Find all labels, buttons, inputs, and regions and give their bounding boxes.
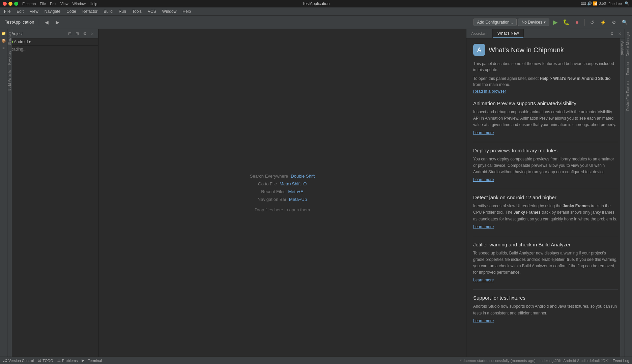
status-right: * daemon started successfully (moments a… xyxy=(460,359,629,363)
read-in-browser-link[interactable]: Read in a browser xyxy=(473,89,618,94)
menu-run[interactable]: Run xyxy=(116,8,129,14)
app-name[interactable]: Electron xyxy=(22,2,36,6)
feature-desc-1: Inspect and debug composable animations … xyxy=(473,109,618,128)
divider-2 xyxy=(473,189,618,189)
feature-title-2: Deploy previews from library modules xyxy=(473,148,618,153)
learn-more-5[interactable]: Learn more xyxy=(473,318,494,323)
menu-tools[interactable]: Tools xyxy=(130,8,144,14)
back-btn[interactable]: ◀ xyxy=(42,18,51,27)
shortcut-label-2: Go to File xyxy=(258,181,277,186)
feature-desc-4: To speed up builds, Build Analyzer now d… xyxy=(473,250,618,276)
title-bar-left: Electron File Edit View Window Help xyxy=(3,2,97,6)
learn-more-4[interactable]: Learn more xyxy=(473,278,494,282)
menu-view[interactable]: View xyxy=(60,2,68,6)
panel-settings-btn[interactable]: ⚙ xyxy=(81,30,88,37)
search-icon[interactable]: 🔍 xyxy=(625,1,629,6)
menu-window[interactable]: Window xyxy=(160,8,179,14)
structure-icon[interactable]: ≡ xyxy=(1,45,7,51)
panel-collapse-btn[interactable]: ⊟ xyxy=(66,30,73,37)
menu-help[interactable]: Help xyxy=(90,2,97,6)
no-devices-label: No Devices xyxy=(522,20,542,25)
sync-button[interactable]: ↺ xyxy=(587,18,597,27)
device-file-explorer-label[interactable]: Device File Explorer xyxy=(625,78,632,113)
feature-desc-5: Android Studio now supports both Android… xyxy=(473,303,618,316)
description-text: This panel describes some of the new fea… xyxy=(473,61,618,73)
menu-file[interactable]: File xyxy=(1,8,13,14)
learn-more-2[interactable]: Learn more xyxy=(473,177,494,182)
toolbar-right: Add Configuration... No Devices ▾ ▶ 🐛 ■ … xyxy=(473,18,629,27)
feature-jetifier: Jetifier warning and check in Build Anal… xyxy=(473,242,618,283)
toolbar-separator xyxy=(39,19,39,26)
event-log-link[interactable]: Event Log xyxy=(612,359,629,363)
device-manager-label[interactable]: Device Manager xyxy=(625,29,632,59)
gradle-button[interactable]: ⚡ xyxy=(598,18,608,27)
shortcut-key-3: Meta+E xyxy=(288,189,304,194)
menu-code[interactable]: Code xyxy=(64,8,79,14)
resource-icon[interactable]: 📦 xyxy=(1,38,7,44)
build-variants-label[interactable]: Build Variants xyxy=(7,67,12,93)
right-panel-tabs: Assistant What's New ⚙ ✕ xyxy=(466,29,625,38)
menu-window[interactable]: Window xyxy=(73,2,86,6)
panel-expand-btn[interactable]: ⊞ xyxy=(74,30,81,37)
todo-icon: ☑ xyxy=(38,358,41,363)
search-everywhere-btn[interactable]: 🔍 xyxy=(620,18,629,27)
vertical-labels-strip: Device Manager Emulator Device File Expl… xyxy=(625,29,632,357)
menu-edit[interactable]: Edit xyxy=(50,2,56,6)
run-button[interactable]: ▶ xyxy=(551,18,560,27)
menu-refactor[interactable]: Refactor xyxy=(80,8,100,14)
version-control-tab[interactable]: ⎇ Version Control xyxy=(3,358,34,363)
shortcut-label-3: Recent Files xyxy=(261,189,285,194)
right-panel-content[interactable]: A What's New in Chipmunk This panel desc… xyxy=(466,38,625,357)
android-selector[interactable]: Android ▾ xyxy=(7,38,98,46)
tab-whats-new[interactable]: What's New xyxy=(493,29,524,38)
username: Joe.Lee xyxy=(609,2,622,6)
terminal-label: Terminal xyxy=(88,359,102,363)
drop-text: Drop files here to open them xyxy=(255,207,310,212)
tab-close-btn[interactable]: ✕ xyxy=(616,30,623,37)
maximize-button[interactable] xyxy=(14,2,18,6)
add-configuration-button[interactable]: Add Configuration... xyxy=(473,19,517,26)
editor-area[interactable]: Search Everywhere Double Shift Go to Fil… xyxy=(98,29,466,357)
shortcut-row-2: Go to File Meta+Shift+O xyxy=(258,181,307,186)
tab-assistant[interactable]: Assistant xyxy=(466,29,493,38)
learn-more-1[interactable]: Learn more xyxy=(473,130,494,135)
tab-settings-btn[interactable]: ⚙ xyxy=(608,30,615,37)
feature-title-4: Jetifier warning and check in Build Anal… xyxy=(473,242,618,247)
settings-button[interactable]: ⚙ xyxy=(609,18,619,27)
menu-file[interactable]: File xyxy=(40,2,46,6)
terminal-tab[interactable]: ▶_ Terminal xyxy=(82,358,102,363)
forward-btn[interactable]: ▶ xyxy=(53,18,62,27)
minimize-button[interactable] xyxy=(8,2,12,6)
debug-button[interactable]: 🐛 xyxy=(562,18,571,27)
close-button[interactable] xyxy=(3,2,7,6)
menu-vcs[interactable]: VCS xyxy=(145,8,159,14)
problems-tab[interactable]: ⚠ Problems xyxy=(57,358,78,363)
menu-build[interactable]: Build xyxy=(101,8,115,14)
emulator-label[interactable]: Emulator xyxy=(625,59,632,78)
menu-navigate[interactable]: Navigate xyxy=(42,8,63,14)
shortcut-key-4: Meta+Up xyxy=(289,197,307,202)
chevron-down-icon: ▾ xyxy=(544,20,546,25)
problems-label: Problems xyxy=(62,359,78,363)
shortcut-row-1: Search Everywhere Double Shift xyxy=(250,174,315,179)
toolbar-sep-2 xyxy=(584,19,585,26)
project-icon[interactable]: 📁 xyxy=(1,30,7,36)
stop-button[interactable]: ■ xyxy=(572,18,582,27)
help-text-1: To open this panel again later, select xyxy=(473,76,540,81)
help-text-2: from the main menu. xyxy=(473,82,510,87)
todo-tab[interactable]: ☑ TODO xyxy=(38,358,53,363)
favorites-label[interactable]: Favorites xyxy=(7,48,12,67)
feature-title-1: Animation Preview supports animatedVisib… xyxy=(473,100,618,106)
feature-detect-jank: Detect jank on Android 12 and higher Ide… xyxy=(473,194,618,229)
window-title: TestApplication xyxy=(303,1,330,6)
no-devices-dropdown[interactable]: No Devices ▾ xyxy=(518,19,549,26)
menu-help[interactable]: Help xyxy=(180,8,194,14)
menu-view[interactable]: View xyxy=(27,8,41,14)
assistant-label[interactable]: Assistant xyxy=(620,38,625,58)
learn-more-3[interactable]: Learn more xyxy=(473,224,494,229)
menu-edit[interactable]: Edit xyxy=(14,8,26,14)
panel-close-btn[interactable]: ✕ xyxy=(89,30,95,37)
menu-bar: File Edit View Navigate Code Refactor Bu… xyxy=(0,7,632,16)
structure-label[interactable]: Structure xyxy=(7,29,12,48)
project-name: TestApplication xyxy=(3,19,36,25)
